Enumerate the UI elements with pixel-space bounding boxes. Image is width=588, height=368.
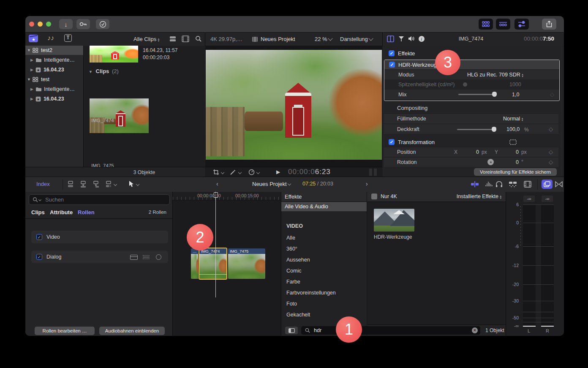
mix-value[interactable]: 1,0 [512,92,519,98]
category-comic[interactable]: Comic [286,268,301,274]
titles-sidebar-button[interactable]: T [64,34,72,42]
index-search-field[interactable] [29,194,170,205]
category-360[interactable]: 360° [286,246,297,252]
viewer-project-menu[interactable]: Neues Projekt [252,36,295,42]
keyframe-diamond-icon[interactable]: ◇ [549,159,553,165]
position-x-value[interactable]: 0 [476,149,479,155]
crop-tool-menu[interactable] [213,169,224,175]
opacity-slider[interactable] [457,129,495,130]
position-y-value[interactable]: 0 [516,149,519,155]
mix-slider[interactable] [458,94,496,95]
play-button[interactable]: ▶ [276,169,280,175]
index-search-input[interactable] [44,196,156,203]
hdr-tools-checkbox[interactable]: ✓ [389,62,395,68]
clip-filter-dropdown[interactable]: Alle Clips ▴▾ [133,36,159,42]
effects-search-field[interactable]: × [301,326,480,335]
effects-checkbox[interactable]: ✓ [389,50,395,56]
category-gekachelt[interactable]: Gekachelt [286,312,310,318]
minimize-button[interactable] [38,22,43,27]
modus-dropdown[interactable]: HLG zu Rec. 709 SDR ▴▾ [467,72,523,78]
mini-audio-meter[interactable] [369,169,377,176]
role-row-video[interactable]: ✓ Video [31,231,168,243]
solo-icon[interactable] [495,181,503,188]
clip-appearance-browser-button[interactable] [169,35,177,42]
category-all-video-audio[interactable]: Alle Video & Audio [281,202,367,211]
category-alle[interactable]: Alle [286,235,295,241]
disclosure-triangle-icon[interactable]: ▶ [30,97,33,101]
next-project-button[interactable]: › [366,180,368,187]
timeline-clip-partial[interactable]: … [191,248,198,279]
keyframe-diamond-icon[interactable]: ◇ [550,91,554,98]
overwrite-edit-menu[interactable] [105,180,117,188]
sidebar-item-event[interactable]: ▶ ★ 16.04.23 [25,65,83,74]
installed-effects-dropdown[interactable]: Installierte Effekte ▴▾ [457,194,501,199]
category-farbvoreinstellungen[interactable]: Farbvoreinstellungen [286,290,336,296]
transform-checkbox[interactable]: ✓ [389,139,395,145]
opacity-value[interactable]: 100,0 [506,126,520,132]
clip-appearance-icon[interactable] [524,181,531,188]
category-aussehen[interactable]: Aussehen [286,257,310,263]
effects-browser-button[interactable] [542,180,553,189]
disclosure-triangle-icon[interactable]: ▶ [30,68,33,72]
rotation-dial[interactable] [487,159,494,165]
retime-menu[interactable] [248,169,259,175]
enhance-menu[interactable] [230,169,241,175]
category-foto[interactable]: Foto [286,301,297,307]
audio-sidebar-button[interactable]: ♪♪ [46,34,55,43]
inspector-color-tab[interactable] [398,35,405,42]
inspector-info-tab[interactable]: i [418,35,425,42]
import-button[interactable]: ↓ [59,19,73,29]
insert-edit-icon[interactable] [79,180,87,188]
sidebar-item-test2[interactable]: ▼ test2 [25,46,83,55]
tool-selector-menu[interactable] [128,180,139,188]
timeline-ruler[interactable]: 00:00:00:00 00:00:15:00 [173,192,281,200]
sidebar-item-event-2[interactable]: ▶ ★ 16.04.23 [25,94,83,104]
background-tasks-button[interactable] [96,19,109,29]
viewer-timecode[interactable]: 00:00:06:23 [288,168,331,176]
rotation-value[interactable]: 0 [516,159,519,165]
disclosure-triangle-icon[interactable]: ▼ [89,70,93,74]
role-row-dialog[interactable]: ✓ Dialog [31,251,168,263]
audio-skimming-icon[interactable] [485,181,493,188]
disclosure-triangle-icon[interactable]: ▼ [27,77,31,82]
inspector-video-tab[interactable] [387,35,394,42]
browser-view-toggle[interactable] [479,19,493,30]
focus-role-icon[interactable] [156,254,161,260]
video-role-checkbox[interactable]: ✓ [36,234,42,240]
keyframe-diamond-icon[interactable]: ◇ [549,149,553,155]
append-edit-icon[interactable] [92,180,100,188]
hdr-tools-title-row[interactable]: ✓ HDR-Werkzeuge [384,60,559,69]
filmstrip-mode-button[interactable] [182,35,189,42]
skimming-icon[interactable] [471,181,479,187]
transform-onscreen-icon[interactable] [509,139,517,145]
effects-sidebar-toggle[interactable] [285,327,298,334]
viewer-display-menu[interactable]: Darstellung [340,36,373,42]
only-4k-checkbox[interactable] [371,194,377,199]
share-button[interactable] [542,19,556,30]
disclosure-triangle-icon[interactable]: ▶ [30,87,33,91]
save-effects-preset-button[interactable]: Voreinstellung für Effekte sichern [474,168,557,176]
inspector-audio-tab[interactable] [408,35,415,42]
timeline-project-menu[interactable]: Neues Projekt [252,181,291,187]
clip-thumbnail-img7474[interactable] [90,98,149,133]
disclosure-triangle-icon[interactable]: ▶ [30,58,33,62]
connect-edit-icon[interactable] [67,180,74,188]
timeline-view-toggle[interactable] [496,19,510,30]
browser-search-button[interactable] [195,35,202,42]
edit-roles-button[interactable]: Rollen bearbeiten … [35,327,95,335]
sidebar-item-smart-collection[interactable]: ▶ Intelligente… [25,55,83,65]
tab-clips[interactable]: Clips [31,209,45,215]
previous-project-button[interactable]: ‹ [216,180,218,187]
keyframe-diamond-icon[interactable]: ◇ [549,126,553,132]
keywords-button[interactable] [76,19,90,29]
show-audio-lanes-button[interactable]: Audiobahnen einblenden [99,327,165,335]
playhead[interactable] [215,192,216,297]
blend-mode-dropdown[interactable]: Normal ▴▾ [503,116,523,122]
zoom-button[interactable] [46,22,51,27]
timeline-clip-img7475[interactable]: IMG_7475 [228,248,265,279]
effect-tile-thumbnail[interactable] [374,209,414,232]
inspector-view-toggle[interactable] [514,19,529,30]
sidebar-item-test[interactable]: ▼ test [25,75,83,84]
viewer-video-frame[interactable]: ♥ [206,50,382,160]
clips-section-header[interactable]: ▼ Clips (2) [89,68,119,74]
